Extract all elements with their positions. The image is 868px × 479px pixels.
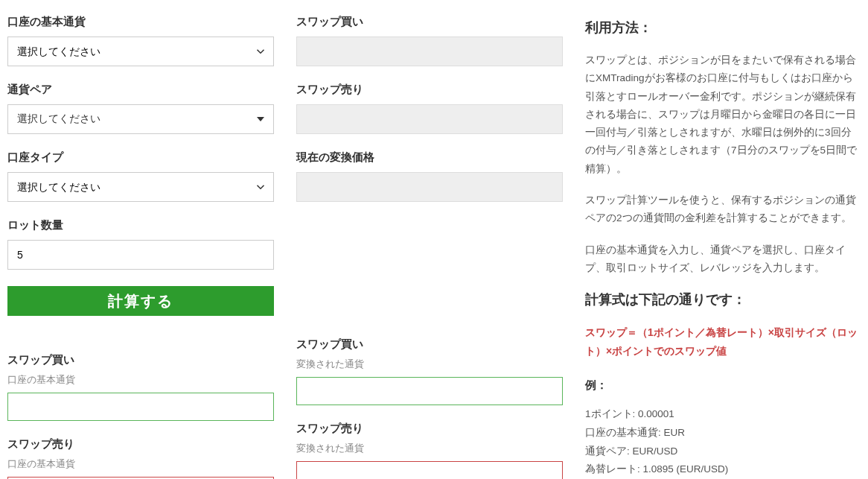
- sidebar-formula: スワップ＝（1ポイント／為替レート）×取引サイズ（ロット）×ポイントでのスワップ…: [585, 323, 861, 361]
- result-swap-buy-conv-box: [296, 377, 563, 405]
- result-swap-buy-base-subtitle: 口座の基本通貨: [7, 373, 274, 387]
- result-swap-buy-base-box: [7, 393, 274, 421]
- sidebar-heading: 利用方法：: [585, 19, 861, 37]
- sidebar-p1: スワップとは、ポジションが日をまたいで保有される場合にXMTradingがお客様…: [585, 51, 861, 178]
- sidebar-ex3: 通貨ペア: EUR/USD: [585, 443, 861, 460]
- result-swap-buy-conv-title: スワップ買い: [296, 337, 563, 352]
- account-type-select[interactable]: 選択してください: [7, 172, 274, 202]
- result-swap-sell-conv-title: スワップ売り: [296, 422, 563, 436]
- sidebar-ex4: 為替レート: 1.0895 (EUR/USD): [585, 461, 861, 478]
- sidebar-heading2: 計算式は下記の通りです：: [585, 291, 861, 308]
- sidebar-ex1: 1ポイント: 0.00001: [585, 406, 861, 423]
- pair-select-value: 選択してください: [17, 112, 100, 126]
- lot-size-input[interactable]: [7, 240, 274, 270]
- current-rate-label: 現在の変換価格: [296, 150, 563, 165]
- swap-buy-label: スワップ買い: [296, 15, 563, 29]
- sidebar-ex2: 口座の基本通貨: EUR: [585, 425, 861, 442]
- result-swap-sell-base-subtitle: 口座の基本通貨: [7, 457, 274, 471]
- result-swap-sell-conv-subtitle: 変換された通貨: [296, 442, 563, 455]
- swap-sell-label: スワップ売り: [296, 83, 563, 97]
- base-currency-select[interactable]: 選択してください: [7, 37, 274, 66]
- sidebar-example-label: 例：: [585, 375, 861, 395]
- pair-label: 通貨ペア: [7, 83, 274, 97]
- base-currency-label: 口座の基本通貨: [7, 15, 274, 29]
- result-swap-buy-base-title: スワップ買い: [7, 353, 274, 367]
- result-swap-buy-conv-subtitle: 変換された通貨: [296, 358, 563, 371]
- swap-buy-display: [296, 37, 563, 66]
- sidebar-p3: 口座の基本通貨を入力し、通貨ペアを選択し、口座タイプ、取引ロットサイズ、レバレッ…: [585, 241, 861, 278]
- account-type-label: 口座タイプ: [7, 150, 274, 165]
- sidebar-p2: スワップ計算ツールを使うと、保有するポジションの通貨ペアの2つの通貨間の金利差を…: [585, 191, 861, 228]
- pair-select[interactable]: 選択してください: [7, 104, 274, 134]
- calculate-button[interactable]: 計算する: [7, 286, 274, 316]
- lot-size-label: ロット数量: [7, 218, 274, 232]
- result-swap-sell-base-title: スワップ売り: [7, 437, 274, 451]
- current-rate-display: [296, 172, 563, 202]
- result-swap-sell-conv-box: [296, 461, 563, 479]
- swap-sell-display: [296, 104, 563, 134]
